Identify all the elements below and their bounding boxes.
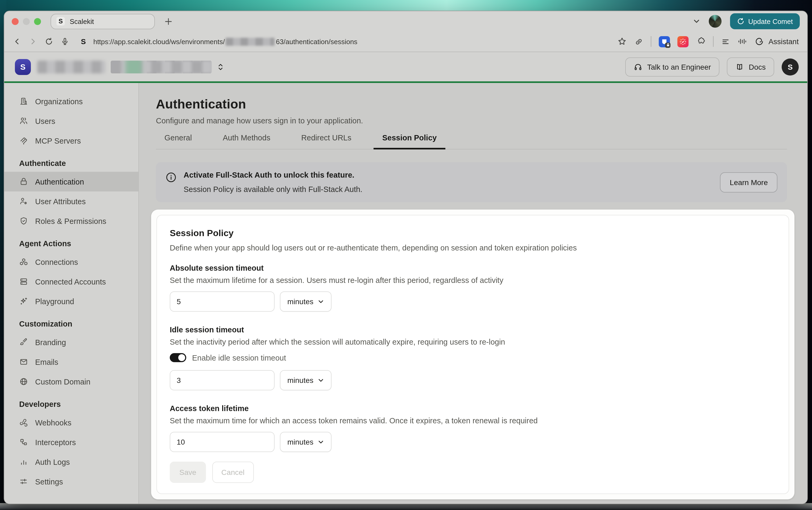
password-manager-extension-icon[interactable] bbox=[659, 36, 670, 47]
back-button[interactable] bbox=[13, 37, 21, 46]
absolute-timeout-input[interactable] bbox=[170, 292, 274, 312]
sidebar-item-playground[interactable]: Playground bbox=[4, 292, 138, 311]
docs-label: Docs bbox=[749, 62, 766, 71]
sidebar-item-custom-domain[interactable]: Custom Domain bbox=[4, 372, 138, 391]
sidebar-item-mcp-servers[interactable]: MCP Servers bbox=[4, 131, 138, 150]
webhook-icon bbox=[19, 418, 28, 427]
sidebar-nav: Organizations Users MCP Servers Authenti… bbox=[4, 83, 139, 504]
new-tab-button[interactable] bbox=[165, 17, 172, 25]
paintbrush-icon bbox=[19, 338, 28, 347]
assistant-button[interactable]: Assistant bbox=[755, 37, 799, 46]
browser-tab-bar: S Scalekit Update Comet bbox=[4, 11, 807, 31]
url-text[interactable]: https://app.scalekit.cloud/ws/environmen… bbox=[93, 37, 357, 46]
mail-icon bbox=[19, 357, 28, 366]
stacked-rows-icon bbox=[19, 277, 28, 286]
fullstack-auth-banner: Activate Full-Stack Auth to unlock this … bbox=[156, 162, 787, 202]
browser-tab-scalekit[interactable]: S Scalekit bbox=[51, 13, 155, 29]
absolute-timeout-label: Absolute session timeout bbox=[170, 264, 776, 272]
sidebar-item-settings[interactable]: Settings bbox=[4, 472, 138, 491]
access-token-input[interactable] bbox=[170, 432, 274, 452]
learn-more-button[interactable]: Learn More bbox=[720, 172, 777, 192]
sidebar-section-authenticate: Authenticate bbox=[4, 150, 138, 172]
url-blurred-segment bbox=[226, 37, 275, 46]
session-policy-panel: Session Policy Define when your app shou… bbox=[151, 210, 794, 499]
tab-redirect-urls[interactable]: Redirect URLs bbox=[293, 133, 360, 149]
sidebar-item-roles-permissions[interactable]: Roles & Permissions bbox=[4, 211, 138, 231]
browser-window: S Scalekit Update Comet bbox=[4, 11, 808, 504]
time-tracker-extension-icon[interactable] bbox=[677, 36, 689, 47]
copy-link-icon[interactable] bbox=[634, 37, 643, 46]
update-comet-label: Update Comet bbox=[748, 17, 793, 25]
unit-value: minutes bbox=[287, 376, 313, 385]
user-gear-icon bbox=[19, 197, 28, 206]
sidebar-item-branding[interactable]: Branding bbox=[4, 332, 138, 352]
lock-badge-icon bbox=[665, 42, 670, 48]
user-avatar[interactable]: S bbox=[782, 58, 799, 75]
sidebar-item-users[interactable]: Users bbox=[4, 111, 138, 131]
close-window-button[interactable] bbox=[12, 18, 19, 25]
voice-waveform-icon[interactable] bbox=[737, 37, 747, 46]
tab-general[interactable]: General bbox=[156, 133, 200, 149]
unit-value: minutes bbox=[287, 297, 313, 306]
url-favicon: S bbox=[81, 37, 86, 46]
minimize-window-button[interactable] bbox=[23, 18, 30, 25]
sliders-icon bbox=[19, 477, 28, 486]
card-title: Session Policy bbox=[170, 228, 776, 239]
tab-auth-methods[interactable]: Auth Methods bbox=[214, 133, 279, 149]
tab-session-policy[interactable]: Session Policy bbox=[374, 133, 445, 149]
extensions-puzzle-icon[interactable] bbox=[696, 37, 705, 46]
sidebar-item-organizations[interactable]: Organizations bbox=[4, 91, 138, 111]
page-subtitle: Configure and manage how users sign in t… bbox=[156, 117, 787, 125]
absolute-timeout-unit-select[interactable]: minutes bbox=[280, 292, 331, 312]
app-header: S Talk to an Engineer D bbox=[4, 52, 807, 81]
sidebar-section-customization: Customization bbox=[4, 311, 138, 332]
microphone-icon[interactable] bbox=[61, 37, 69, 46]
cancel-button[interactable]: Cancel bbox=[212, 461, 254, 483]
tab-list-chevron-icon[interactable] bbox=[693, 18, 700, 25]
sidebar-item-emails[interactable]: Emails bbox=[4, 352, 138, 372]
lock-icon bbox=[19, 177, 28, 186]
banner-title: Activate Full-Stack Auth to unlock this … bbox=[183, 171, 362, 179]
divider bbox=[651, 36, 651, 47]
zoom-window-button[interactable] bbox=[34, 18, 41, 25]
idle-timeout-unit-select[interactable]: minutes bbox=[280, 370, 331, 390]
forward-button[interactable] bbox=[29, 37, 37, 46]
access-token-description: Set the maximum time for which an access… bbox=[170, 416, 776, 425]
reader-list-icon[interactable] bbox=[721, 37, 730, 46]
mcp-servers-icon bbox=[19, 136, 28, 145]
talk-to-engineer-button[interactable]: Talk to an Engineer bbox=[625, 57, 719, 76]
refresh-icon bbox=[737, 18, 745, 25]
chevron-down-icon bbox=[318, 439, 324, 445]
globe-icon bbox=[19, 377, 28, 386]
reload-button[interactable] bbox=[45, 37, 53, 46]
update-comet-button[interactable]: Update Comet bbox=[730, 13, 800, 29]
banner-subtitle: Session Policy is available only with Fu… bbox=[183, 185, 362, 193]
browser-profile-avatar[interactable] bbox=[709, 15, 722, 28]
users-icon bbox=[19, 117, 28, 125]
sidebar-item-connected-accounts[interactable]: Connected Accounts bbox=[4, 272, 138, 292]
bookmark-star-icon[interactable] bbox=[617, 37, 627, 46]
idle-timeout-input[interactable] bbox=[170, 370, 274, 390]
idle-timeout-description: Set the inactivity period after which th… bbox=[170, 338, 776, 346]
idle-timeout-label: Idle session timeout bbox=[170, 326, 776, 334]
sidebar-item-connections[interactable]: Connections bbox=[4, 252, 138, 272]
chevron-down-icon bbox=[318, 377, 324, 384]
idle-timeout-toggle[interactable] bbox=[170, 353, 186, 362]
workspace-switcher-chevrons-icon[interactable] bbox=[217, 62, 224, 71]
sidebar-item-user-attributes[interactable]: User Attributes bbox=[4, 191, 138, 211]
sidebar-item-auth-logs[interactable]: Auth Logs bbox=[4, 452, 138, 472]
scalekit-favicon: S bbox=[56, 17, 65, 26]
docs-button[interactable]: Docs bbox=[727, 57, 774, 76]
main-content: Authentication Configure and manage how … bbox=[139, 83, 807, 504]
window-controls bbox=[12, 18, 41, 25]
environment-name-redacted[interactable] bbox=[111, 60, 212, 73]
scalekit-logo: S bbox=[15, 59, 31, 75]
sidebar-item-webhooks[interactable]: Webhooks bbox=[4, 413, 138, 432]
absolute-timeout-description: Set the maximum lifetime for a session. … bbox=[170, 276, 776, 284]
info-icon bbox=[166, 172, 177, 183]
access-token-unit-select[interactable]: minutes bbox=[280, 432, 331, 452]
sidebar-item-authentication[interactable]: Authentication bbox=[4, 172, 138, 191]
access-token-label: Access token lifetime bbox=[170, 404, 776, 413]
sidebar-item-interceptors[interactable]: Interceptors bbox=[4, 432, 138, 452]
save-button[interactable]: Save bbox=[170, 461, 206, 483]
